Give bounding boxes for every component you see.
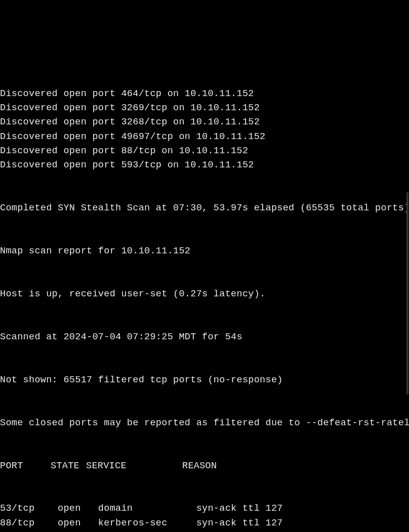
header-service: SERVICE	[86, 459, 182, 473]
discovered-port-line: Discovered open port 593/tcp on 10.10.11…	[0, 158, 409, 172]
closed-note-line: Some closed ports may be reported as fil…	[0, 416, 409, 430]
discovered-ports-block: Discovered open port 464/tcp on 10.10.11…	[0, 87, 409, 173]
header-state: STATE	[51, 459, 86, 473]
discovered-port-line: Discovered open port 464/tcp on 10.10.11…	[0, 87, 409, 101]
scanned-at-line: Scanned at 2024-07-04 07:29:25 MDT for 5…	[0, 330, 409, 344]
discovered-port-line: Discovered open port 3268/tcp on 10.10.1…	[0, 115, 409, 129]
discovered-port-line: Discovered open port 88/tcp on 10.10.11.…	[0, 144, 409, 158]
terminal-output: Discovered open port 464/tcp on 10.10.11…	[0, 57, 409, 532]
scan-complete-line: Completed SYN Stealth Scan at 07:30, 53.…	[0, 201, 409, 215]
header-port: PORT	[0, 459, 51, 473]
discovered-port-line: Discovered open port 49697/tcp on 10.10.…	[0, 130, 409, 144]
host-up-line: Host is up, received user-set (0.27s lat…	[0, 287, 409, 301]
port-table-body: 53/tcp open domain syn-ack ttl 12788/tcp…	[0, 502, 409, 532]
discovered-port-line: Discovered open port 3269/tcp on 10.10.1…	[0, 101, 409, 115]
scrollbar[interactable]	[406, 0, 409, 532]
scan-report-line: Nmap scan report for 10.10.11.152	[0, 244, 409, 258]
not-shown-line: Not shown: 65517 filtered tcp ports (no-…	[0, 373, 409, 387]
port-row: 88/tcp open kerberos-sec syn-ack ttl 127	[0, 516, 409, 530]
port-table-header: PORTSTATESERVICEREASON	[0, 459, 409, 473]
scrollbar-thumb[interactable]	[406, 192, 408, 394]
port-row: 53/tcp open domain syn-ack ttl 127	[0, 502, 409, 516]
header-reason: REASON	[182, 459, 217, 473]
